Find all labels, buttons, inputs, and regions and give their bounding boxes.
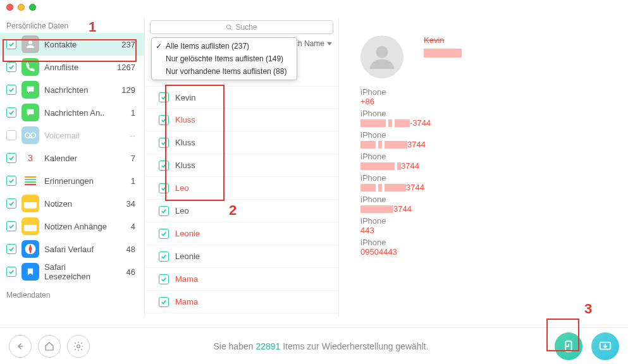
field-label: iPhone xyxy=(360,238,628,247)
contact-name: Kevin xyxy=(175,93,196,102)
checkbox[interactable] xyxy=(159,252,169,262)
contact-row[interactable]: Leo xyxy=(145,200,338,222)
traffic-lights xyxy=(6,4,36,11)
contact-name: Kluss xyxy=(175,115,195,124)
sidebar-item-label: Kalender xyxy=(44,154,111,163)
checkbox[interactable] xyxy=(6,62,16,72)
dropdown-option[interactable]: Alle Items auflisten (237) xyxy=(152,40,297,52)
notes-icon xyxy=(22,195,39,212)
checkbox[interactable] xyxy=(6,39,16,49)
sidebar-item-notes-att[interactable]: Notizen Anhänge4 xyxy=(0,215,144,238)
sidebar-item-bookmark[interactable]: Safari Lesezeichen46 xyxy=(0,260,144,283)
checkbox[interactable] xyxy=(6,244,16,254)
field-label: iPhone xyxy=(360,152,628,161)
checkbox[interactable] xyxy=(6,221,16,231)
person-icon xyxy=(367,42,397,71)
sidebar-item-count: 34 xyxy=(116,199,138,209)
checkbox[interactable] xyxy=(6,107,16,118)
sidebar-item-contacts[interactable]: Kontakte237 xyxy=(0,33,144,56)
contact-name: Leo xyxy=(175,183,189,193)
chevron-down-icon xyxy=(327,42,332,46)
settings-button[interactable] xyxy=(67,335,90,358)
contact-row[interactable]: Leo xyxy=(145,177,338,200)
recover-to-device-button[interactable] xyxy=(555,332,582,360)
sidebar-item-label: Notizen xyxy=(44,199,111,209)
sidebar-item-safari[interactable]: Safari Verlauf48 xyxy=(0,238,144,260)
sidebar-item-message[interactable]: Nachrichten129 xyxy=(0,78,144,101)
contact-row[interactable]: Kevin xyxy=(145,86,338,109)
contact-name: Leonie xyxy=(175,229,200,238)
checkbox[interactable] xyxy=(159,297,169,307)
checkbox[interactable] xyxy=(6,153,16,163)
redacted-field-value: 3744 xyxy=(360,140,628,149)
svg-point-1 xyxy=(25,133,30,138)
sidebar-item-label: Nachrichten xyxy=(44,85,111,95)
contact-row[interactable]: Mama xyxy=(145,313,338,317)
sidebar-item-message-att[interactable]: Nachrichten An..1 xyxy=(0,101,144,124)
gear-icon xyxy=(73,341,84,352)
notes-att-icon xyxy=(22,217,39,235)
svg-point-9 xyxy=(77,344,80,348)
search-icon xyxy=(226,24,233,31)
sidebar-item-label: Nachrichten An.. xyxy=(44,108,111,118)
recover-to-computer-button[interactable] xyxy=(591,332,619,360)
section-header-personal: Persönliche Daten xyxy=(0,18,144,33)
checkbox[interactable] xyxy=(159,115,169,125)
sidebar-item-label: Anrufliste xyxy=(44,63,111,72)
checkbox[interactable] xyxy=(6,198,16,209)
contact-row[interactable]: Kluss xyxy=(145,131,338,154)
reminders-icon xyxy=(22,172,39,190)
sidebar-item-label: Notizen Anhänge xyxy=(44,222,111,231)
checkbox[interactable] xyxy=(6,176,16,186)
sidebar-item-count: 7 xyxy=(116,154,138,163)
zoom-window-button[interactable] xyxy=(29,4,36,11)
minimize-window-button[interactable] xyxy=(18,4,25,11)
checkbox[interactable] xyxy=(159,161,169,171)
close-window-button[interactable] xyxy=(6,4,13,11)
contact-name: Mama xyxy=(175,274,198,284)
contact-row[interactable]: Mama xyxy=(145,291,338,313)
svg-point-2 xyxy=(31,133,36,138)
contact-row[interactable]: Mama xyxy=(145,268,338,291)
contact-row[interactable]: Kluss xyxy=(145,109,338,131)
contact-name: Kluss xyxy=(175,161,195,170)
contact-row[interactable]: Leonie xyxy=(145,245,338,268)
contact-row[interactable]: Kluss xyxy=(145,154,338,177)
checkbox[interactable] xyxy=(159,229,169,239)
dropdown-option[interactable]: Nur vorhandene Items auflisten (88) xyxy=(152,65,297,78)
checkbox[interactable] xyxy=(159,138,169,148)
sidebar-item-phone[interactable]: Anrufliste1267 xyxy=(0,56,144,78)
checkbox[interactable] xyxy=(6,267,16,277)
checkbox[interactable] xyxy=(159,183,169,193)
search-input[interactable]: Suche xyxy=(150,20,333,34)
bookmark-icon xyxy=(22,263,39,281)
sidebar-item-reminders[interactable]: Erinnerungen1 xyxy=(0,169,144,192)
checkbox[interactable] xyxy=(159,92,169,102)
contact-row[interactable]: Leonie xyxy=(145,222,338,245)
computer-recover-icon xyxy=(598,339,612,353)
checkbox[interactable] xyxy=(159,206,169,216)
sidebar-item-notes[interactable]: Notizen34 xyxy=(0,192,144,215)
redacted-text xyxy=(424,49,462,58)
home-button[interactable] xyxy=(38,335,61,358)
redacted-field-value: 3744 xyxy=(360,183,628,192)
sidebar-item-calendar[interactable]: 3Kalender7 xyxy=(0,147,144,169)
field-value: 443 xyxy=(360,226,628,235)
svg-point-7 xyxy=(376,46,388,58)
dropdown-option[interactable]: Nur gelöschte Items auflisten (149) xyxy=(152,52,297,65)
checkbox[interactable] xyxy=(159,274,169,284)
sidebar-item-count: 1 xyxy=(116,176,138,186)
sidebar-item-count: 4 xyxy=(116,222,138,231)
field-label: iPhone xyxy=(360,130,628,140)
sidebar-item-voicemail[interactable]: Voicemail-- xyxy=(0,124,144,147)
field-value: 09504443 xyxy=(360,247,628,257)
redacted-field-value: 3744 xyxy=(360,204,628,214)
sidebar-item-count: 129 xyxy=(116,85,138,95)
checkbox[interactable] xyxy=(6,85,16,95)
redacted-field-value: -3744 xyxy=(360,118,628,128)
back-button[interactable] xyxy=(9,335,32,358)
checkbox[interactable] xyxy=(6,130,16,140)
device-recover-icon xyxy=(562,339,576,353)
annotation-label-1: 1 xyxy=(89,19,96,35)
safari-icon xyxy=(22,240,39,258)
